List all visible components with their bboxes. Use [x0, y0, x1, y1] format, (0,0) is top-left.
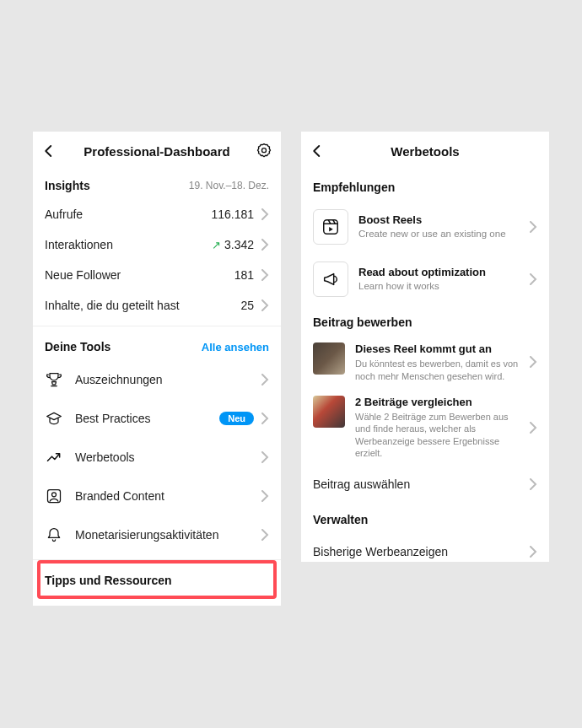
tool-row-monetization[interactable]: Monetarisierungsaktivitäten	[33, 515, 281, 554]
tool-row-ad-tools[interactable]: Werbetools	[33, 438, 281, 477]
metric-row-views[interactable]: Aufrufe 116.181	[33, 199, 281, 229]
metric-value: 181	[234, 268, 254, 282]
back-button[interactable]	[41, 143, 57, 159]
tips-heading: Tipps und Ressourcen	[45, 574, 172, 587]
bell-icon	[45, 526, 63, 544]
chevron-right-icon	[261, 299, 269, 311]
metric-label: Neue Follower	[45, 268, 234, 282]
chevron-right-icon	[529, 221, 537, 233]
tool-label: Werbetools	[75, 450, 261, 464]
chevron-right-icon	[529, 356, 537, 368]
settings-button[interactable]	[256, 143, 272, 159]
svg-rect-1	[48, 490, 61, 503]
tips-header: Tipps und Ressourcen	[33, 565, 281, 594]
back-button[interactable]	[310, 143, 325, 159]
chevron-right-icon	[261, 239, 269, 251]
metric-label: Interaktionen	[45, 238, 212, 251]
chevron-right-icon	[529, 546, 537, 558]
promote-suggestion-reel[interactable]: Dieses Reel kommt gut an Du könntest es …	[301, 336, 549, 389]
tools-header: Deine Tools Alle ansehen	[33, 332, 281, 360]
chevron-left-icon	[310, 143, 325, 159]
page-title: Werbetools	[391, 144, 459, 159]
past-ads-row[interactable]: Bisherige Werbeanzeigen	[301, 533, 549, 570]
select-post-row[interactable]: Beitrag auswählen	[301, 466, 549, 503]
promote-heading: Beitrag bewerben	[301, 305, 549, 336]
metric-row-followers[interactable]: Neue Follower 181	[33, 260, 281, 290]
recommendation-title: Read about optimization	[358, 266, 519, 280]
reels-icon	[313, 209, 348, 245]
recommendation-optimization[interactable]: Read about optimization Learn how it wor…	[301, 253, 549, 305]
tool-label: Monetarisierungsaktivitäten	[75, 528, 261, 542]
chevron-right-icon	[529, 478, 537, 490]
new-badge: Neu	[219, 412, 254, 425]
insights-heading: Insights	[45, 179, 90, 192]
chevron-left-icon	[41, 143, 57, 159]
promote-suggestion-compare[interactable]: 2 Beiträge vergleichen Wähle 2 Beiträge …	[301, 389, 549, 466]
megaphone-icon	[313, 262, 348, 297]
chevron-right-icon	[261, 269, 269, 281]
promote-title: Dieses Reel kommt gut an	[355, 342, 519, 356]
trend-up-icon: ↗	[212, 239, 221, 251]
chevron-right-icon	[261, 413, 269, 424]
recommendation-subtitle: Create new or use an existing one	[358, 228, 519, 240]
metric-value: 25	[240, 299, 254, 312]
select-post-label: Beitrag auswählen	[313, 477, 529, 491]
insights-header: Insights 19. Nov.–18. Dez.	[33, 170, 281, 199]
tool-row-awards[interactable]: Auszeichnungen	[33, 360, 281, 399]
svg-point-0	[262, 148, 267, 153]
manage-heading: Verwalten	[301, 503, 549, 533]
ad-tools-screen: Werbetools Empfehlungen Boost Reels Crea…	[301, 132, 549, 562]
tool-label: Best Practices	[75, 412, 219, 425]
recommendations-heading: Empfehlungen	[301, 170, 549, 201]
trophy-icon	[45, 370, 63, 389]
metric-label: Inhalte, die du geteilt hast	[45, 299, 240, 312]
chevron-right-icon	[261, 374, 269, 386]
metric-label: Aufrufe	[45, 208, 211, 221]
recommendation-boost-reels[interactable]: Boost Reels Create new or use an existin…	[301, 201, 549, 253]
tool-row-best-practices[interactable]: Best Practices Neu	[33, 399, 281, 438]
post-thumbnail	[313, 396, 345, 428]
metric-row-shared[interactable]: Inhalte, die du geteilt hast 25	[33, 290, 281, 321]
graduation-icon	[45, 409, 63, 428]
page-title: Professional-Dashboard	[84, 144, 229, 159]
tool-label: Auszeichnungen	[75, 373, 261, 386]
metric-row-interactions[interactable]: Interaktionen ↗ 3.342	[33, 229, 281, 260]
chevron-right-icon	[261, 529, 269, 541]
divider	[33, 559, 281, 560]
brand-icon	[45, 487, 63, 505]
chevron-right-icon	[261, 208, 269, 220]
svg-point-2	[52, 493, 57, 497]
svg-rect-3	[324, 220, 338, 235]
promote-subtitle: Wähle 2 Beiträge zum Bewerben aus und fi…	[355, 411, 519, 459]
see-all-link[interactable]: Alle ansehen	[202, 341, 269, 353]
promote-subtitle: Du könntest es bewerben, damit es von no…	[355, 358, 519, 382]
date-range: 19. Nov.–18. Dez.	[189, 180, 269, 191]
recommendation-subtitle: Learn how it works	[358, 280, 519, 293]
past-ads-label: Bisherige Werbeanzeigen	[313, 545, 529, 558]
header: Werbetools	[301, 132, 549, 170]
chevron-right-icon	[261, 490, 269, 502]
tool-row-branded-content[interactable]: Branded Content	[33, 477, 281, 515]
post-thumbnail	[313, 342, 345, 375]
chevron-right-icon	[529, 273, 537, 285]
gear-icon	[256, 143, 272, 159]
recommendation-title: Boost Reels	[358, 213, 519, 228]
trend-icon	[45, 448, 63, 466]
tool-label: Branded Content	[75, 489, 261, 503]
dashboard-screen: Professional-Dashboard Insights 19. Nov.…	[33, 132, 281, 606]
chevron-right-icon	[261, 451, 269, 463]
promote-title: 2 Beiträge vergleichen	[355, 396, 519, 409]
metric-value: 3.342	[224, 238, 254, 251]
divider	[33, 326, 281, 326]
header: Professional-Dashboard	[33, 132, 281, 170]
metric-value: 116.181	[211, 208, 254, 221]
chevron-right-icon	[529, 422, 537, 434]
tools-heading: Deine Tools	[45, 340, 110, 353]
